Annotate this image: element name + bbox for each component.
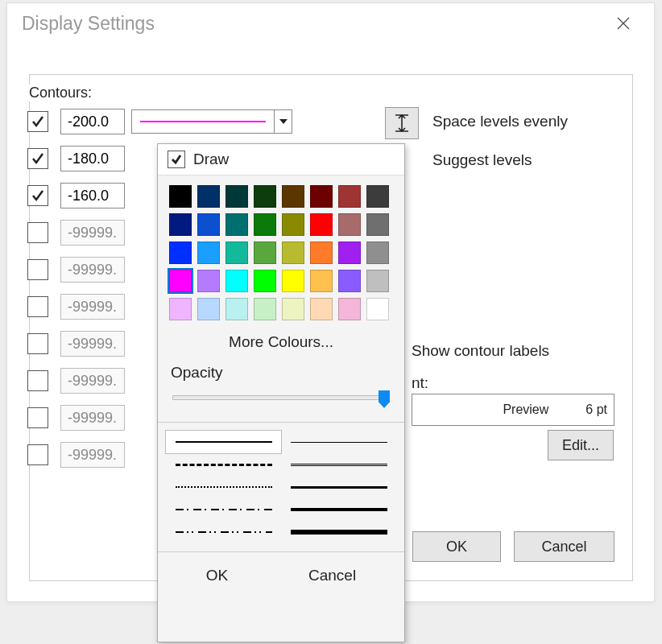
line-style-dropdown[interactable] xyxy=(131,109,292,134)
contour-checkbox[interactable] xyxy=(27,259,48,280)
line-style-option[interactable] xyxy=(281,521,396,543)
line-style-option[interactable] xyxy=(281,498,396,521)
contour-checkbox[interactable] xyxy=(27,370,48,391)
color-swatch[interactable] xyxy=(169,242,192,264)
color-swatch[interactable] xyxy=(225,242,248,264)
color-swatch[interactable] xyxy=(169,185,192,208)
color-swatch[interactable] xyxy=(366,185,389,208)
color-swatch[interactable] xyxy=(366,270,389,292)
color-swatch[interactable] xyxy=(254,270,276,292)
color-swatch[interactable] xyxy=(310,185,333,208)
font-preview-label: Preview xyxy=(503,402,548,417)
color-swatch[interactable] xyxy=(197,242,220,264)
font-preview-box[interactable]: Preview 6 pt xyxy=(412,394,614,426)
color-swatch[interactable] xyxy=(169,213,192,236)
contour-row: -99999. xyxy=(27,254,125,285)
check-icon xyxy=(171,154,182,165)
more-colours-button[interactable]: More Colours... xyxy=(158,324,404,356)
contour-checkbox[interactable] xyxy=(27,444,48,465)
close-icon xyxy=(616,16,631,31)
popup-header: Draw xyxy=(158,144,404,175)
contour-value-input[interactable]: -99999. xyxy=(60,368,125,394)
color-swatch[interactable] xyxy=(366,298,389,320)
contour-checkbox[interactable] xyxy=(27,407,48,428)
opacity-label: Opacity xyxy=(158,356,404,383)
color-swatch[interactable] xyxy=(310,242,333,264)
color-swatch[interactable] xyxy=(197,185,220,208)
color-swatch[interactable] xyxy=(282,298,304,320)
contour-value-input[interactable]: -99999. xyxy=(60,294,125,320)
contour-checkbox[interactable] xyxy=(27,296,48,317)
line-style-option[interactable] xyxy=(281,431,396,453)
color-swatch[interactable] xyxy=(197,213,220,236)
contour-value-input[interactable]: -180.0 xyxy=(60,146,125,171)
line-style-option[interactable] xyxy=(281,476,396,498)
color-swatch[interactable] xyxy=(254,242,276,264)
line-style-grid xyxy=(158,422,404,552)
color-swatch[interactable] xyxy=(169,298,192,320)
line-style-preview xyxy=(176,486,272,488)
line-style-option[interactable] xyxy=(166,476,281,498)
color-swatch[interactable] xyxy=(169,270,192,292)
color-swatch[interactable] xyxy=(338,242,361,264)
space-levels-button[interactable] xyxy=(385,107,419,139)
color-swatch[interactable] xyxy=(225,185,248,208)
color-swatch[interactable] xyxy=(282,185,304,208)
color-swatch[interactable] xyxy=(282,270,304,292)
color-swatch[interactable] xyxy=(254,298,276,320)
color-swatch[interactable] xyxy=(254,213,276,236)
color-swatch[interactable] xyxy=(197,270,220,292)
color-swatch[interactable] xyxy=(282,213,304,236)
color-swatch[interactable] xyxy=(254,185,276,208)
line-style-option[interactable] xyxy=(281,453,396,476)
popup-cancel-button[interactable]: Cancel xyxy=(297,564,367,588)
contour-value-input[interactable]: -160.0 xyxy=(60,183,125,208)
contour-checkbox[interactable] xyxy=(27,185,48,206)
color-swatch[interactable] xyxy=(225,298,248,320)
contour-checkbox[interactable] xyxy=(27,148,48,169)
line-style-option[interactable] xyxy=(166,431,281,453)
popup-ok-button[interactable]: OK xyxy=(195,564,239,588)
edit-font-button[interactable]: Edit... xyxy=(548,430,614,460)
contour-checkbox[interactable] xyxy=(27,333,48,354)
color-swatch[interactable] xyxy=(225,270,248,292)
font-label-fragment: nt: xyxy=(412,374,428,392)
suggest-levels-label: Suggest levels xyxy=(432,151,532,169)
show-contour-labels-label: Show contour labels xyxy=(412,342,549,360)
color-swatch[interactable] xyxy=(282,242,304,264)
opacity-slider[interactable] xyxy=(172,391,390,411)
color-palette xyxy=(158,175,404,324)
contour-checkbox[interactable] xyxy=(27,222,48,243)
contour-row: -99999. xyxy=(27,440,125,470)
color-swatch[interactable] xyxy=(310,213,333,236)
color-swatch[interactable] xyxy=(310,270,333,292)
contour-checkbox[interactable] xyxy=(27,111,48,132)
color-swatch[interactable] xyxy=(338,298,361,320)
color-swatch[interactable] xyxy=(197,298,220,320)
color-swatch[interactable] xyxy=(366,242,389,264)
color-swatch[interactable] xyxy=(366,213,389,236)
color-swatch[interactable] xyxy=(225,213,248,236)
color-swatch[interactable] xyxy=(338,213,361,236)
color-swatch[interactable] xyxy=(338,270,361,292)
line-style-preview xyxy=(291,442,387,443)
color-swatch[interactable] xyxy=(338,185,361,208)
contour-value-input[interactable]: -99999. xyxy=(60,405,125,431)
contour-value-input[interactable]: -200.0 xyxy=(60,109,125,134)
check-icon xyxy=(31,151,45,166)
draw-checkbox[interactable] xyxy=(168,151,185,168)
line-style-option[interactable] xyxy=(166,498,281,521)
contour-value-input[interactable]: -99999. xyxy=(60,331,125,357)
line-style-preview xyxy=(291,530,387,535)
contour-value-input[interactable]: -99999. xyxy=(60,257,125,283)
line-style-option[interactable] xyxy=(166,521,281,543)
color-swatch[interactable] xyxy=(310,298,333,320)
ok-button[interactable]: OK xyxy=(412,531,501,562)
line-style-option[interactable] xyxy=(166,453,281,476)
contour-value-input[interactable]: -99999. xyxy=(60,442,125,468)
line-style-popup: Draw More Colours... Opacity OK Cancel xyxy=(157,143,405,642)
cancel-button[interactable]: Cancel xyxy=(514,531,614,562)
contour-value-input[interactable]: -99999. xyxy=(60,220,125,246)
slider-thumb[interactable] xyxy=(379,390,390,408)
close-button[interactable] xyxy=(607,7,639,39)
